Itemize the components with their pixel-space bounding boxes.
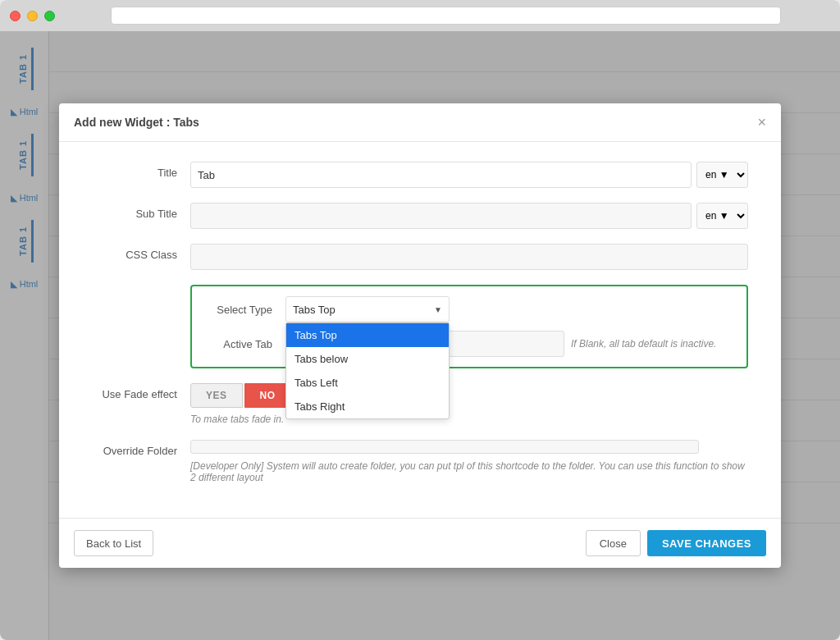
modal-body: Title en ▼ Sub Title (59, 142, 781, 518)
save-changes-button[interactable]: SAVE CHANGES (647, 530, 766, 556)
fade-no-button[interactable]: NO (244, 383, 291, 408)
modal-header: Add new Widget : Tabs × (59, 103, 781, 142)
override-label: Override Folder (92, 440, 190, 457)
modal-dialog: Add new Widget : Tabs × Title en ▼ (59, 103, 781, 568)
footer-right-buttons: Close SAVE CHANGES (586, 530, 766, 556)
override-control-wrap: [Developer Only] System will auto create… (190, 440, 748, 483)
active-tab-field-label: Active Tab (203, 338, 285, 350)
active-tab-hint: If Blank, all tab default is inactive. (571, 338, 716, 350)
fade-hint: To make tabs fade in. (190, 414, 284, 425)
dropdown-item-tabs-below[interactable]: Tabs below (286, 347, 449, 371)
subtitle-row: Sub Title en ▼ (92, 203, 748, 229)
close-traffic-light[interactable] (10, 11, 21, 21)
titlebar (0, 0, 840, 31)
dropdown-item-tabs-left[interactable]: Tabs Left (286, 371, 449, 395)
modal-close-button[interactable]: × (757, 115, 766, 130)
modal-title: Add new Widget : Tabs (74, 116, 199, 129)
select-type-box-wrap: Select Type Tabs Top ▼ Tabs Top (190, 285, 748, 368)
modal-footer: Back to List Close SAVE CHANGES (59, 518, 781, 568)
css-class-label: CSS Class (92, 244, 190, 261)
css-class-row: CSS Class (92, 244, 748, 270)
fade-toggle-group: YES NO (190, 383, 291, 408)
css-class-control-wrap (190, 244, 748, 270)
title-label: Title (92, 162, 190, 179)
subtitle-input[interactable] (190, 203, 692, 229)
select-type-outer-row: Select Type Tabs Top ▼ Tabs Top (92, 285, 748, 368)
back-to-list-button[interactable]: Back to List (74, 530, 153, 556)
title-control-wrap: en ▼ (190, 162, 748, 188)
active-tab-inner: Active Tab If Blank, all tab default is … (203, 331, 735, 357)
maximize-traffic-light[interactable] (44, 11, 55, 21)
css-class-input[interactable] (190, 244, 748, 270)
fade-label: Use Fade effect (92, 383, 190, 400)
browser-content: TAB 1 ◣ Html TAB 1 ◣ Html TAB 1 ◣ Html (0, 31, 840, 640)
select-type-spacer (92, 285, 190, 290)
fade-control-wrap: YES NO To make tabs fade in. (190, 383, 748, 425)
title-lang-select[interactable]: en ▼ (696, 162, 748, 188)
override-input[interactable] (190, 440, 699, 454)
select-dropdown-wrap: Tabs Top ▼ Tabs Top Tabs below Tabs Left… (285, 296, 450, 322)
subtitle-label: Sub Title (92, 203, 190, 220)
dropdown-item-tabs-right[interactable]: Tabs Right (286, 395, 449, 418)
title-input[interactable] (190, 162, 692, 188)
select-type-field-label: Select Type (203, 304, 285, 316)
fade-yes-button[interactable]: YES (190, 383, 243, 408)
browser-window: TAB 1 ◣ Html TAB 1 ◣ Html TAB 1 ◣ Html (0, 0, 840, 640)
select-type-value: Tabs Top (293, 304, 336, 316)
select-type-inner: Select Type Tabs Top ▼ Tabs Top (203, 296, 735, 322)
select-type-dropdown-button[interactable]: Tabs Top ▼ (285, 296, 450, 322)
select-type-container: Select Type Tabs Top ▼ Tabs Top (190, 285, 748, 368)
minimize-traffic-light[interactable] (27, 11, 38, 21)
subtitle-control-wrap: en ▼ (190, 203, 748, 229)
close-button[interactable]: Close (586, 530, 641, 556)
override-row: Override Folder [Developer Only] System … (92, 440, 748, 483)
override-hint: [Developer Only] System will auto create… (190, 460, 748, 483)
dropdown-arrow-icon: ▼ (434, 305, 442, 314)
url-bar[interactable] (111, 7, 781, 25)
title-row: Title en ▼ (92, 162, 748, 188)
dropdown-menu: Tabs Top Tabs below Tabs Left Tabs Right (285, 322, 450, 419)
modal-overlay: Add new Widget : Tabs × Title en ▼ (0, 31, 840, 640)
subtitle-lang-select[interactable]: en ▼ (696, 203, 748, 229)
dropdown-item-tabs-top[interactable]: Tabs Top (286, 323, 449, 347)
